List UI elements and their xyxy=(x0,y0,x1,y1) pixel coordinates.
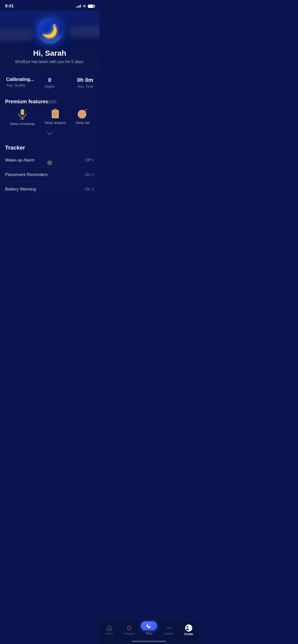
chevron-right-icon xyxy=(92,187,94,191)
moon-circle: ✦ 🌙 xyxy=(37,18,62,44)
battery-warning-label: Battery Warning xyxy=(5,187,36,192)
moon-icon: 🌙 xyxy=(42,24,58,38)
feature-sleep-recordings[interactable]: Sleep recordings xyxy=(10,109,35,126)
greeting-text: Hi, Sarah xyxy=(5,49,94,57)
clipboard-icon xyxy=(51,109,60,119)
wakeup-alarm-value: Off xyxy=(85,158,94,163)
stat-avg-time-value: 0h 0m xyxy=(64,77,93,83)
svg-point-10 xyxy=(83,113,84,114)
stat-nights-label: Nights xyxy=(35,84,64,89)
stat-quality-label: Avg. Quality xyxy=(6,83,35,87)
placement-reminders-value: On xyxy=(85,172,94,177)
stat-quality: Calibrating... Avg. Quality xyxy=(6,77,35,87)
toggle-dot xyxy=(47,160,52,165)
feature-sleep-analysis[interactable]: Sleep analysis xyxy=(45,109,66,126)
hero-text: Hi, Sarah ShutEye has been with you for … xyxy=(0,44,99,64)
stat-quality-value: Calibrating... xyxy=(6,77,35,82)
feature-sleep-aid-label: Sleep aid xyxy=(76,121,89,125)
placement-reminders-label: Placement Reminders xyxy=(5,172,48,177)
signal-bars-icon xyxy=(76,5,81,8)
features-grid: Sleep recordings Sleep analysis xyxy=(5,109,94,130)
battery-warning-value: On xyxy=(85,187,94,192)
wifi-icon xyxy=(82,5,86,8)
tracker-section: Tracker Wake-up Alarm Off Placement Remi… xyxy=(0,139,99,196)
chevron-right-icon xyxy=(92,158,94,162)
svg-rect-4 xyxy=(54,109,57,111)
status-time: 9:41 xyxy=(5,4,14,9)
tracker-title: Tracker xyxy=(5,139,94,153)
stat-nights: 0 Nights xyxy=(35,77,64,89)
stat-avg-time-label: Avg. Time xyxy=(64,84,93,89)
stat-nights-value: 0 xyxy=(35,77,64,83)
sleep-face-icon: Z Z xyxy=(77,109,88,119)
feature-sleep-recordings-label: Sleep recordings xyxy=(10,122,35,126)
svg-rect-0 xyxy=(21,109,24,115)
hero-section: ✦ 🌙 Hi, Sarah ShutEye has been with you … xyxy=(0,11,99,69)
tracker-wakeup-alarm[interactable]: Wake-up Alarm Off xyxy=(5,153,94,168)
microphone-icon xyxy=(18,109,27,120)
wakeup-alarm-label: Wake-up Alarm xyxy=(5,158,35,163)
chevron-right-icon xyxy=(92,173,94,177)
status-bar: 9:41 xyxy=(0,0,99,11)
subtitle-text: ShutEye has been with you for 5 days. xyxy=(5,60,94,64)
feature-sleep-aid[interactable]: Z Z Sleep aid xyxy=(76,109,89,126)
premium-features-title: Premium features(0/9) xyxy=(5,94,94,109)
status-icons xyxy=(76,5,94,8)
expand-chevron[interactable] xyxy=(5,130,94,139)
moon-container: ✦ 🌙 xyxy=(0,11,99,44)
tracker-battery-warning[interactable]: Battery Warning On xyxy=(5,182,94,196)
feature-sleep-analysis-label: Sleep analysis xyxy=(45,121,66,125)
chevron-down-icon xyxy=(47,132,53,135)
svg-point-9 xyxy=(80,113,81,114)
svg-text:Z: Z xyxy=(86,109,87,110)
premium-features-section: Premium features(0/9) Sleep recordings xyxy=(0,94,99,139)
tracker-placement-reminders[interactable]: Placement Reminders On xyxy=(5,168,94,182)
battery-icon xyxy=(88,5,94,8)
stat-avg-time: 0h 0m Avg. Time xyxy=(64,77,93,89)
stats-row: Calibrating... Avg. Quality 0 Nights 0h … xyxy=(0,69,99,94)
